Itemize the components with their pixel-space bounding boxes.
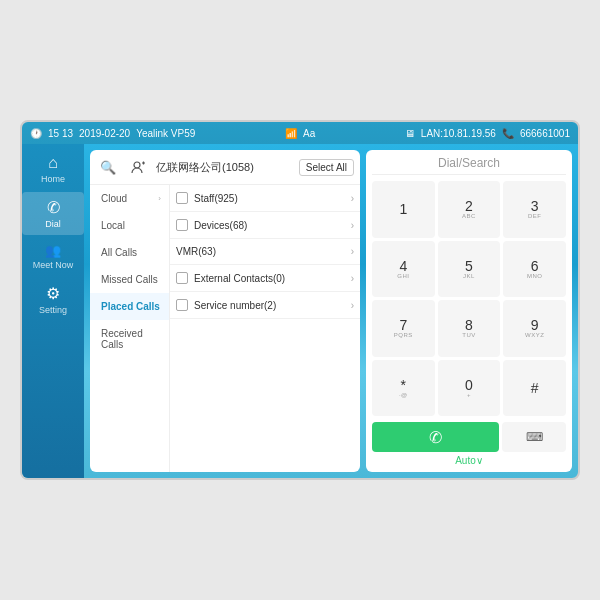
sidebar-item-all-calls[interactable]: All Calls (90, 239, 169, 266)
status-bar: 🕐 15 13 2019-02-20 Yealink VP59 📶 Aa 🖥 L… (22, 122, 578, 144)
dial-key-#[interactable]: # (503, 360, 566, 417)
contact-panel: 🔍 亿联网络公司(1058) Select All (90, 150, 360, 472)
chevron-icon: › (351, 300, 354, 311)
font-icon: Aa (303, 128, 315, 139)
list-item[interactable]: Service number(2) › (170, 292, 360, 319)
contact-vmr-label: VMR(63) (176, 246, 351, 257)
dial-key-sub: TUV (462, 332, 476, 338)
contacts-icon-button[interactable] (126, 155, 150, 179)
dial-keypad: 12ABC3DEF4GHI5JKL6MNO7PQRS8TUV9WXYZ*·@0+… (372, 181, 566, 416)
add-contact-icon (130, 159, 146, 175)
dial-key-main: 2 (465, 199, 473, 213)
dial-key-main: 8 (465, 318, 473, 332)
chevron-icon: › (351, 273, 354, 284)
extension-number: 666661001 (520, 128, 570, 139)
contact-search-bar: 🔍 亿联网络公司(1058) Select All (90, 150, 360, 185)
sidebar-item-placed-calls[interactable]: Placed Calls (90, 293, 169, 320)
dial-key-sub: ABC (462, 213, 476, 219)
dial-key-main: 4 (399, 259, 407, 273)
content-area: 🔍 亿联网络公司(1058) Select All (84, 144, 578, 478)
dial-key-3[interactable]: 3DEF (503, 181, 566, 238)
call-button[interactable]: ✆ (372, 422, 499, 452)
select-all-button[interactable]: Select All (299, 159, 354, 176)
contact-panel-title: 亿联网络公司(1058) (156, 160, 293, 175)
checkbox-staff[interactable] (176, 192, 188, 204)
sidebar-item-home[interactable]: ⌂ Home (22, 148, 84, 190)
sidebar-dial-label: Dial (45, 219, 61, 229)
dial-key-sub: ·@ (399, 392, 408, 398)
checkbox-external[interactable] (176, 272, 188, 284)
dial-key-0[interactable]: 0+ (438, 360, 501, 417)
cloud-arrow-icon: › (158, 194, 161, 203)
sidebar: ⌂ Home ✆ Dial 👥 Meet Now ⚙ Setting (22, 144, 84, 478)
sidebar-setting-label: Setting (39, 305, 67, 315)
dial-key-main: # (531, 381, 539, 395)
auto-select[interactable]: Auto∨ (372, 455, 566, 466)
dial-key-*[interactable]: *·@ (372, 360, 435, 417)
home-icon: ⌂ (48, 154, 58, 172)
dial-key-main: 6 (531, 259, 539, 273)
dial-key-main: 5 (465, 259, 473, 273)
dial-key-6[interactable]: 6MNO (503, 241, 566, 298)
sidebar-item-missed-calls[interactable]: Missed Calls (90, 266, 169, 293)
sidebar-item-received-calls[interactable]: Received Calls (90, 320, 169, 358)
device-name: Yealink VP59 (136, 128, 195, 139)
local-label: Local (101, 220, 125, 231)
svg-point-0 (134, 162, 140, 168)
list-item[interactable]: Devices(68) › (170, 212, 360, 239)
keyboard-button[interactable]: ⌨ (502, 422, 566, 452)
sidebar-item-dial[interactable]: ✆ Dial (22, 192, 84, 235)
chevron-icon: › (351, 193, 354, 204)
contact-list: Staff(925) › Devices(68) › VMR(63) › (170, 185, 360, 472)
dial-icon: ✆ (47, 198, 60, 217)
sidebar-meetnow-label: Meet Now (33, 260, 74, 270)
checkbox-devices[interactable] (176, 219, 188, 231)
dial-key-sub: PQRS (394, 332, 413, 338)
dial-key-main: 0 (465, 378, 473, 392)
contact-external-label: External Contacts(0) (194, 273, 351, 284)
sidebar-item-meetnow[interactable]: 👥 Meet Now (22, 237, 84, 276)
dial-key-main: * (401, 378, 406, 392)
dial-key-sub: MNO (527, 273, 543, 279)
dial-key-2[interactable]: 2ABC (438, 181, 501, 238)
dial-key-sub: + (467, 392, 471, 398)
contact-staff-label: Staff(925) (194, 193, 351, 204)
dial-key-sub: DEF (528, 213, 542, 219)
received-calls-label: Received Calls (101, 328, 143, 350)
list-item[interactable]: VMR(63) › (170, 239, 360, 265)
sidebar-item-setting[interactable]: ⚙ Setting (22, 278, 84, 321)
dial-key-4[interactable]: 4GHI (372, 241, 435, 298)
dial-search-label: Dial/Search (372, 156, 566, 175)
missed-calls-label: Missed Calls (101, 274, 158, 285)
dial-key-main: 9 (531, 318, 539, 332)
cloud-label: Cloud (101, 193, 127, 204)
checkbox-service[interactable] (176, 299, 188, 311)
dial-key-5[interactable]: 5JKL (438, 241, 501, 298)
status-date: 2019-02-20 (79, 128, 130, 139)
dial-key-main: 1 (399, 202, 407, 216)
dial-key-sub: WXYZ (525, 332, 544, 338)
meetnow-icon: 👥 (45, 243, 61, 258)
status-left: 🕐 15 13 2019-02-20 Yealink VP59 (30, 128, 195, 139)
sidebar-item-cloud[interactable]: Cloud › (90, 185, 169, 212)
contact-devices-label: Devices(68) (194, 220, 351, 231)
list-item[interactable]: External Contacts(0) › (170, 265, 360, 292)
dial-key-main: 7 (399, 318, 407, 332)
dial-panel: Dial/Search 12ABC3DEF4GHI5JKL6MNO7PQRS8T… (366, 150, 572, 472)
network-info: LAN:10.81.19.56 (421, 128, 496, 139)
wifi-icon: 📶 (285, 128, 297, 139)
sidebar-item-local[interactable]: Local (90, 212, 169, 239)
status-center: 📶 Aa (285, 128, 315, 139)
search-button[interactable]: 🔍 (96, 155, 120, 179)
setting-icon: ⚙ (46, 284, 60, 303)
status-right: 🖥 LAN:10.81.19.56 📞 666661001 (405, 128, 570, 139)
status-time: 15 13 (48, 128, 73, 139)
clock-icon: 🕐 (30, 128, 42, 139)
dial-key-7[interactable]: 7PQRS (372, 300, 435, 357)
dial-key-9[interactable]: 9WXYZ (503, 300, 566, 357)
dial-key-1[interactable]: 1 (372, 181, 435, 238)
dial-key-sub: GHI (397, 273, 409, 279)
dial-key-8[interactable]: 8TUV (438, 300, 501, 357)
placed-calls-label: Placed Calls (101, 301, 160, 312)
list-item[interactable]: Staff(925) › (170, 185, 360, 212)
